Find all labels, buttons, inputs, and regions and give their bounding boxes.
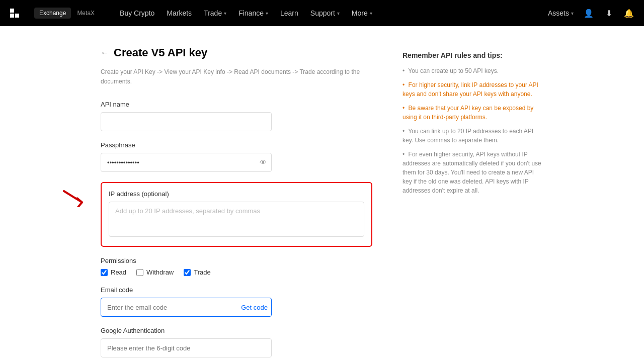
logo[interactable] bbox=[10, 8, 26, 18]
nav-links: Buy Crypto Markets Trade ▾ Finance ▾ Lea… bbox=[120, 9, 372, 17]
main-content: ← Create V5 API key Create your API Key … bbox=[0, 26, 644, 362]
bell-icon[interactable]: 🔔 bbox=[624, 8, 634, 18]
assets-chevron-icon: ▾ bbox=[571, 11, 574, 16]
download-icon[interactable]: ⬇ bbox=[604, 8, 614, 18]
tip-item-1: • You can create up to 50 API keys. bbox=[403, 66, 543, 75]
logo-cell-4 bbox=[15, 14, 19, 18]
tip-text-2: For higher security, link IP addresses t… bbox=[403, 81, 538, 98]
tip-text-1: You can create up to 50 API keys. bbox=[408, 67, 499, 74]
tip-text-3: Be aware that your API key can be expose… bbox=[403, 105, 533, 121]
api-name-label: API name bbox=[101, 101, 372, 108]
read-checkbox[interactable] bbox=[101, 269, 108, 276]
tip-text-4: You can link up to 20 IP addresses to ea… bbox=[403, 128, 533, 144]
back-arrow-icon[interactable]: ← bbox=[101, 48, 109, 57]
tip-item-4: • You can link up to 20 IP addresses to … bbox=[403, 127, 543, 145]
user-icon[interactable]: 👤 bbox=[584, 8, 594, 18]
nav-buy-crypto[interactable]: Buy Crypto bbox=[120, 9, 154, 17]
nav-markets[interactable]: Markets bbox=[167, 9, 192, 17]
tip-item-2: • For higher security, link IP addresses… bbox=[403, 80, 543, 99]
logo-grid bbox=[10, 9, 19, 18]
assets-button[interactable]: Assets ▾ bbox=[548, 9, 574, 17]
nav-support[interactable]: Support ▾ bbox=[310, 9, 340, 17]
ip-address-section: IP address (optional) bbox=[101, 182, 372, 247]
google-auth-group: Google Authentication bbox=[101, 327, 372, 357]
finance-chevron-icon: ▾ bbox=[266, 11, 268, 16]
withdraw-checkbox[interactable] bbox=[136, 269, 143, 276]
email-code-label: Email code bbox=[101, 286, 372, 294]
page-title-row: ← Create V5 API key bbox=[101, 46, 372, 59]
nav-more-label: More bbox=[352, 9, 368, 17]
tip-item-5: • For even higher security, API keys wit… bbox=[403, 150, 543, 195]
withdraw-label: Withdraw bbox=[146, 268, 174, 276]
tip-dot-3: • bbox=[403, 105, 405, 112]
passphrase-wrapper: 👁 bbox=[101, 153, 272, 172]
more-chevron-icon: ▾ bbox=[370, 11, 372, 16]
ip-address-container: IP address (optional) bbox=[101, 182, 372, 247]
passphrase-label: Passphrase bbox=[101, 141, 372, 149]
trade-chevron-icon: ▾ bbox=[224, 11, 226, 16]
logo-cell-3 bbox=[10, 14, 14, 18]
email-input-wrapper: Get code bbox=[101, 298, 272, 317]
permissions-label: Permissions bbox=[101, 257, 372, 264]
trade-label: Trade bbox=[194, 268, 210, 276]
email-code-group: Email code Get code bbox=[101, 286, 372, 317]
withdraw-checkbox-item: Withdraw bbox=[136, 268, 174, 276]
passphrase-input[interactable] bbox=[101, 153, 272, 172]
permissions-group: Permissions Read Withdraw Trade bbox=[101, 257, 372, 276]
nav-left: Exchange MetaX Buy Crypto Markets Trade … bbox=[10, 8, 372, 19]
trade-checkbox-item: Trade bbox=[184, 268, 210, 276]
tip-text-5: For even higher security, API keys witho… bbox=[403, 151, 541, 194]
tip-dot-1: • bbox=[403, 67, 405, 74]
metax-tab[interactable]: MetaX bbox=[72, 8, 100, 19]
navbar: Exchange MetaX Buy Crypto Markets Trade … bbox=[0, 0, 644, 26]
tip-dot-2: • bbox=[403, 81, 405, 88]
tips-title: Remember API rules and tips: bbox=[403, 51, 543, 59]
google-auth-input[interactable] bbox=[101, 338, 272, 357]
nav-learn[interactable]: Learn bbox=[280, 9, 298, 17]
api-name-group: API name bbox=[101, 101, 372, 131]
nav-finance[interactable]: Finance ▾ bbox=[238, 9, 268, 17]
logo-cell-1 bbox=[10, 9, 14, 13]
red-arrow-icon bbox=[60, 187, 96, 207]
permissions-row: Read Withdraw Trade bbox=[101, 268, 372, 276]
breadcrumb-text: Create your API Key -> View your API Key… bbox=[101, 67, 372, 86]
get-code-button[interactable]: Get code bbox=[241, 304, 268, 311]
tip-item-3: • Be aware that your API key can be expo… bbox=[403, 104, 543, 122]
tip-dot-4: • bbox=[403, 128, 405, 135]
read-label: Read bbox=[111, 268, 126, 276]
read-checkbox-item: Read bbox=[101, 268, 126, 276]
api-name-input[interactable] bbox=[101, 112, 272, 131]
ip-address-input[interactable] bbox=[109, 202, 364, 237]
google-auth-label: Google Authentication bbox=[101, 327, 372, 334]
form-section: ← Create V5 API key Create your API Key … bbox=[101, 46, 372, 362]
trade-checkbox[interactable] bbox=[184, 269, 191, 276]
tips-section: Remember API rules and tips: • You can c… bbox=[403, 46, 543, 362]
assets-label: Assets bbox=[548, 9, 569, 17]
logo-icon bbox=[10, 8, 26, 18]
page-title: Create V5 API key bbox=[114, 46, 207, 59]
passphrase-group: Passphrase 👁 bbox=[101, 141, 372, 172]
nav-support-label: Support bbox=[310, 9, 335, 17]
nav-tabs: Exchange MetaX bbox=[34, 8, 100, 19]
arrow-wrapper bbox=[60, 187, 96, 209]
support-chevron-icon: ▾ bbox=[337, 11, 340, 16]
exchange-tab[interactable]: Exchange bbox=[34, 8, 71, 19]
logo-cell-2 bbox=[15, 9, 19, 13]
nav-trade-label: Trade bbox=[204, 9, 222, 17]
tip-dot-5: • bbox=[403, 151, 405, 158]
nav-right: Assets ▾ 👤 ⬇ 🔔 bbox=[548, 8, 634, 18]
nav-more[interactable]: More ▾ bbox=[352, 9, 372, 17]
nav-finance-label: Finance bbox=[238, 9, 264, 17]
nav-trade[interactable]: Trade ▾ bbox=[204, 9, 226, 17]
ip-address-label: IP address (optional) bbox=[109, 190, 364, 198]
eye-icon[interactable]: 👁 bbox=[260, 158, 267, 166]
